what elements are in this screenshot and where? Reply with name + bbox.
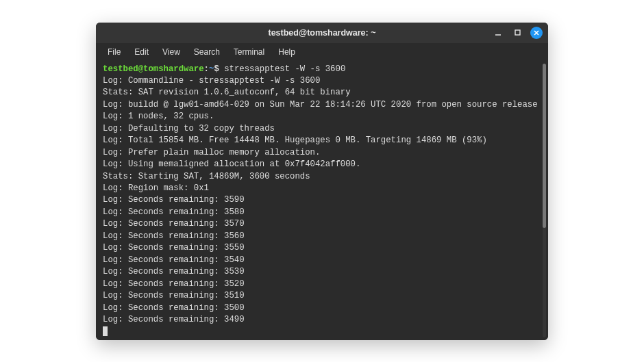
menu-view[interactable]: View: [156, 45, 186, 59]
prompt-sigil: $: [214, 64, 219, 74]
maximize-button[interactable]: [511, 27, 523, 39]
output-lines: Log: Commandline - stressapptest -W -s 3…: [103, 75, 541, 326]
prompt-user-host: testbed@tomshardware: [103, 64, 204, 74]
output-line: Log: Seconds remaining: 3500: [103, 302, 541, 314]
output-line: Log: Using memaligned allocation at 0x7f…: [103, 159, 541, 170]
cursor: [103, 326, 108, 336]
menu-help[interactable]: Help: [272, 45, 301, 59]
svg-rect-1: [515, 30, 520, 35]
window-title: testbed@tomshardware: ~: [268, 28, 375, 38]
output-line: Stats: SAT revision 1.0.6_autoconf, 64 b…: [103, 87, 541, 99]
output-line: Log: Seconds remaining: 3580: [103, 207, 541, 218]
titlebar[interactable]: testbed@tomshardware: ~: [96, 23, 548, 43]
output-line: Log: Total 15854 MB. Free 14448 MB. Huge…: [103, 135, 541, 146]
minimize-button[interactable]: [492, 27, 504, 39]
output-line: Log: Seconds remaining: 3510: [103, 290, 541, 302]
output-line: Log: Seconds remaining: 3550: [103, 242, 541, 254]
menubar: File Edit View Search Terminal Help: [96, 43, 548, 61]
output-line: Log: buildd @ lgw01-amd64-029 on Sun Mar…: [103, 99, 541, 111]
command-text: stressapptest -W -s 3600: [224, 64, 345, 74]
terminal-content: testbed@tomshardware:~$ stressapptest -W…: [103, 64, 541, 338]
output-line: Log: Seconds remaining: 3490: [103, 314, 541, 326]
output-line: Log: Commandline - stressapptest -W -s 3…: [103, 75, 541, 87]
close-button[interactable]: [530, 27, 543, 39]
output-line: Log: Seconds remaining: 3540: [103, 255, 541, 266]
output-line: Log: Seconds remaining: 3520: [103, 279, 541, 290]
minimize-icon: [494, 29, 502, 37]
output-line: Log: Seconds remaining: 3560: [103, 231, 541, 242]
output-line: Log: Defaulting to 32 copy threads: [103, 123, 541, 135]
output-line: Log: Seconds remaining: 3590: [103, 194, 541, 206]
maximize-icon: [514, 29, 521, 36]
menu-search[interactable]: Search: [188, 45, 226, 59]
close-icon: [533, 29, 540, 36]
output-line: Log: 1 nodes, 32 cpus.: [103, 111, 541, 122]
menu-file[interactable]: File: [101, 45, 127, 59]
output-line: Stats: Starting SAT, 14869M, 3600 second…: [103, 171, 541, 183]
output-line: Log: Region mask: 0x1: [103, 183, 541, 194]
menu-terminal[interactable]: Terminal: [227, 45, 271, 59]
menu-edit[interactable]: Edit: [128, 45, 155, 59]
terminal-body[interactable]: testbed@tomshardware:~$ stressapptest -W…: [96, 61, 548, 340]
scrollbar[interactable]: [543, 64, 546, 337]
terminal-window: testbed@tomshardware: ~ File Edit View S…: [96, 23, 548, 340]
prompt-separator: :: [204, 64, 209, 74]
output-line: Log: Prefer plain malloc memory allocati…: [103, 147, 541, 159]
output-line: Log: Seconds remaining: 3530: [103, 266, 541, 278]
window-controls: [492, 27, 543, 39]
scrollbar-thumb[interactable]: [543, 64, 546, 228]
output-line: Log: Seconds remaining: 3570: [103, 218, 541, 230]
